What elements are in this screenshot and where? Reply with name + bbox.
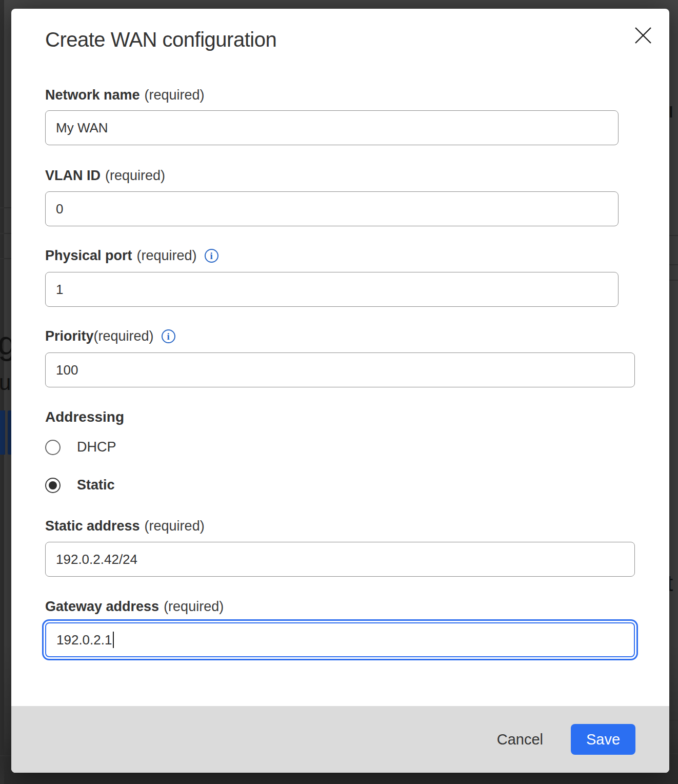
vlan-id-label: VLAN ID (required)	[45, 168, 165, 183]
field-label: Gateway address	[45, 599, 159, 614]
background-table-line	[669, 264, 678, 265]
gateway-address-value: 192.0.2.1	[56, 632, 112, 648]
cancel-button[interactable]: Cancel	[495, 727, 545, 752]
radio-selected-icon[interactable]	[45, 478, 61, 493]
info-icon[interactable]: i	[205, 249, 218, 263]
background-table-line	[669, 753, 678, 754]
gateway-address-input[interactable]: 192.0.2.1	[45, 622, 635, 657]
dimmed-overlay: g u t l Create WAN configuration Network…	[0, 0, 678, 784]
required-hint: (required)	[145, 518, 205, 534]
required-hint: (required)	[94, 328, 154, 344]
required-hint: (required)	[105, 168, 165, 183]
field-label: Network name	[45, 87, 140, 103]
radio-label: Static	[77, 477, 115, 493]
required-hint: (required)	[164, 599, 224, 614]
static-address-input[interactable]	[45, 542, 635, 577]
field-label: Priority	[45, 328, 94, 344]
radio-unselected-icon[interactable]	[45, 440, 61, 455]
addressing-heading: Addressing	[45, 409, 124, 425]
background-table-line	[669, 235, 678, 236]
required-hint: (required)	[137, 248, 197, 263]
background-table-line	[669, 280, 678, 281]
network-name-label: Network name (required)	[45, 87, 205, 103]
radio-label: DHCP	[77, 439, 116, 455]
gateway-address-label: Gateway address (required)	[45, 599, 224, 614]
priority-label: Priority (required) i	[45, 328, 175, 344]
close-icon-glyph	[634, 26, 652, 45]
background-table-line	[0, 233, 11, 234]
addressing-option-dhcp[interactable]: DHCP	[45, 439, 116, 455]
dialog-title: Create WAN configuration	[45, 28, 276, 51]
priority-input[interactable]	[45, 352, 635, 387]
info-icon[interactable]: i	[162, 329, 175, 343]
create-wan-dialog: Create WAN configuration Network name (r…	[11, 9, 669, 773]
dialog-footer: Cancel Save	[11, 706, 669, 773]
text-caret	[113, 632, 114, 648]
field-label: VLAN ID	[45, 168, 101, 183]
physical-port-label: Physical port (required) i	[45, 248, 218, 263]
background-table-line	[0, 207, 11, 208]
background-table-line	[0, 258, 11, 259]
field-label: Physical port	[45, 248, 132, 263]
field-label: Static address	[45, 518, 140, 534]
background-text-fragment: l	[669, 104, 673, 121]
addressing-option-static[interactable]: Static	[45, 477, 115, 493]
save-button[interactable]: Save	[571, 724, 635, 755]
vlan-id-input[interactable]	[45, 191, 619, 226]
background-text-fragment: u	[0, 370, 11, 395]
required-hint: (required)	[145, 87, 205, 103]
background-table-line	[0, 755, 11, 756]
close-icon[interactable]	[630, 22, 656, 49]
static-address-label: Static address (required)	[45, 518, 205, 534]
network-name-input[interactable]	[45, 110, 619, 145]
background-button-fragment	[8, 410, 11, 455]
physical-port-input[interactable]	[45, 272, 619, 307]
background-button-fragment	[0, 410, 5, 455]
background-table-line	[669, 720, 678, 721]
